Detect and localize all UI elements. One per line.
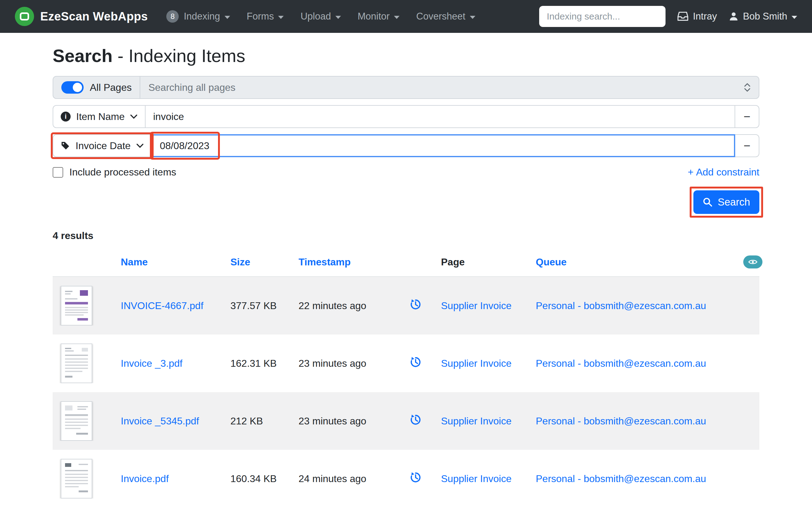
page-scope-value: Searching all pages [148,82,235,93]
table-row: Invoice _3.pdf 162.31 KB 23 minutes ago … [53,334,759,392]
include-processed-checkbox-label: Include processed items [53,166,176,178]
navbar-right: Intray Bob Smith [539,6,797,27]
remove-constraint-button[interactable]: − [734,134,759,157]
main-content: Search- Indexing Items All Pages Searchi… [0,45,812,508]
user-menu[interactable]: Bob Smith [729,11,797,22]
ezescan-logo-icon [15,7,34,26]
history-icon[interactable] [409,471,422,486]
nav-item-label: Upload [300,11,331,22]
table-body: INVOICE-4667.pdf 377.57 KB 22 minutes ag… [53,277,759,508]
nav-item-coversheet[interactable]: Coversheet [416,11,475,22]
document-thumbnail[interactable] [61,401,92,441]
result-timestamp: 23 minutes ago [298,415,390,427]
nav-item-upload[interactable]: Upload [300,11,341,22]
chevron-down-icon [225,16,230,19]
history-icon[interactable] [409,356,422,371]
nav-item-label: Coversheet [416,11,465,22]
nav-item-label: Forms [247,11,274,22]
all-pages-label: All Pages [90,82,132,93]
nav-item-forms[interactable]: Forms [247,11,284,22]
table-row: Invoice _5345.pdf 212 KB 23 minutes ago … [53,392,759,450]
indexing-search-input[interactable] [539,6,666,27]
chevron-down-icon [278,16,284,19]
result-name-link[interactable]: INVOICE-4667.pdf [121,300,203,311]
nav-item-monitor[interactable]: Monitor [358,11,400,22]
constraint-field-select[interactable]: i Item Name [53,105,146,128]
table-header: Name Size Timestamp Page Queue [53,248,759,277]
constraint-row-2: Invoice Date − [53,134,759,157]
column-header-size[interactable]: Size [230,256,298,268]
column-header-name[interactable]: Name [121,256,230,268]
include-processed-label: Include processed items [69,166,176,178]
nav-item-label: Monitor [358,11,389,22]
document-thumbnail[interactable] [61,344,92,383]
result-size: 212 KB [230,415,298,427]
result-queue-link[interactable]: Personal - bobsmith@ezescan.com.au [536,358,706,369]
add-constraint-label: Add constraint [696,166,759,178]
result-queue-link[interactable]: Personal - bobsmith@ezescan.com.au [536,415,706,427]
result-size: 160.34 KB [230,473,298,485]
result-queue-link[interactable]: Personal - bobsmith@ezescan.com.au [536,300,706,311]
main-nav: 8 Indexing Forms Upload Monitor Covershe… [166,10,475,23]
document-thumbnail[interactable] [61,286,92,326]
constraint-field-select[interactable]: Invoice Date [53,134,152,157]
top-navbar: EzeScan WebApps 8 Indexing Forms Upload … [0,0,812,33]
search-button-label: Search [718,196,750,208]
document-thumbnail[interactable] [61,459,92,498]
search-button-row: Search [53,190,759,214]
search-button[interactable]: Search [693,190,759,214]
result-page-link[interactable]: Supplier Invoice [441,300,512,311]
result-name-link[interactable]: Invoice _5345.pdf [121,415,199,427]
column-header-timestamp[interactable]: Timestamp [298,256,390,268]
user-icon [729,11,738,21]
result-timestamp: 22 minutes ago [298,300,390,312]
include-processed-checkbox[interactable] [53,167,63,178]
constraint-value-input[interactable] [152,134,735,157]
all-pages-control: All Pages [53,77,140,98]
history-icon[interactable] [409,298,422,314]
result-timestamp: 24 minutes ago [298,473,390,485]
brand-title: EzeScan WebApps [40,10,148,23]
nav-item-indexing[interactable]: 8 Indexing [166,10,230,23]
result-page-link[interactable]: Supplier Invoice [441,473,512,484]
table-row: INVOICE-4667.pdf 377.57 KB 22 minutes ag… [53,277,759,334]
constraint-field-label: Item Name [76,111,124,123]
result-page-link[interactable]: Supplier Invoice [441,358,512,369]
filter-options-row: Include processed items + Add constraint [53,166,759,178]
table-row: Invoice.pdf 160.34 KB 24 minutes ago Sup… [53,450,759,508]
add-constraint-link[interactable]: + Add constraint [688,166,759,178]
intray-link[interactable]: Intray [677,11,717,22]
history-icon[interactable] [409,413,422,429]
page-scope-bar: All Pages Searching all pages [53,76,759,99]
indexing-count-badge: 8 [166,10,179,23]
eye-icon[interactable] [743,255,762,268]
results-table: Name Size Timestamp Page Queue [53,248,759,508]
constraint-field-label: Invoice Date [76,140,131,152]
remove-constraint-button[interactable]: − [734,105,759,128]
column-header-page: Page [441,256,536,268]
results-count: 4 results [53,230,759,242]
result-size: 162.31 KB [230,358,298,369]
search-icon [703,197,713,207]
user-name-label: Bob Smith [743,11,787,22]
tag-icon [61,141,70,151]
page-scope-select[interactable]: Searching all pages [140,77,759,98]
ezescan-webapps-page: EzeScan WebApps 8 Indexing Forms Upload … [0,0,812,514]
result-size: 377.57 KB [230,300,298,312]
result-page-link[interactable]: Supplier Invoice [441,415,512,427]
result-queue-link[interactable]: Personal - bobsmith@ezescan.com.au [536,473,706,484]
constraint-value-input[interactable] [146,105,735,128]
page-title-sub: - Indexing Items [117,46,245,66]
intray-label: Intray [693,11,717,22]
chevron-down-icon [394,16,400,19]
chevron-down-icon [136,143,144,148]
nav-item-label: Indexing [184,11,220,22]
column-header-queue[interactable]: Queue [536,256,743,268]
result-name-link[interactable]: Invoice _3.pdf [121,358,182,369]
brand-link[interactable]: EzeScan WebApps [15,7,148,26]
result-name-link[interactable]: Invoice.pdf [121,473,169,484]
result-timestamp: 23 minutes ago [298,358,390,369]
all-pages-toggle[interactable] [61,81,84,93]
chevron-down-icon [470,16,475,19]
chevron-down-icon [336,16,341,19]
